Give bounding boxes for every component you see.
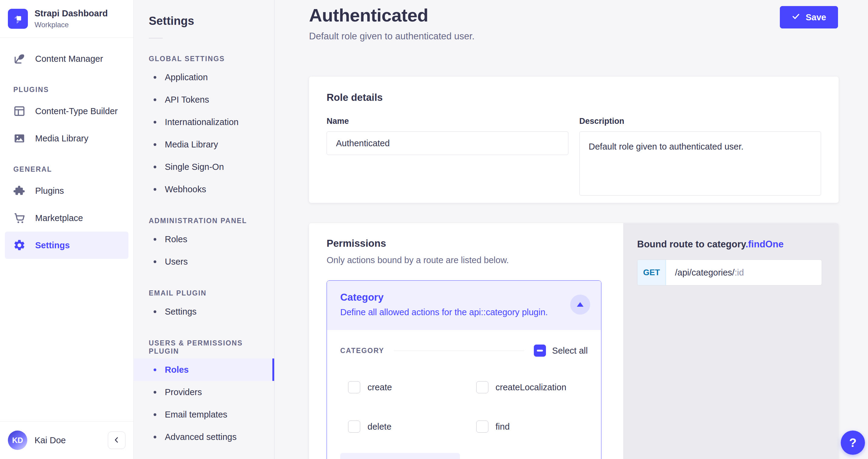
role-details-title: Role details [327,92,821,103]
description-textarea[interactable]: Default role given to authenticated user… [579,131,821,196]
permission-update[interactable]: update [468,453,588,459]
nav-label: Marketplace [35,213,83,223]
settings-section-admin-panel: ADMINISTRATION PANEL [149,217,259,225]
chevron-left-icon [113,436,121,445]
category-group-label: CATEGORY [340,347,384,355]
permissions-grid: create createLocalization delete [340,374,588,459]
workspace-name: Workplace [35,21,108,29]
select-all-label: Select all [552,346,588,356]
nav-section-plugins: PLUGINS [13,86,133,94]
bullet-icon [154,436,156,438]
app-root: Strapi Dashboard Workplace Content Manag… [0,0,868,459]
settings-item-email-templates[interactable]: Email templates [134,403,274,426]
role-details-fields: Name Description Default role given to a… [327,117,821,197]
permission-createlocalization[interactable]: createLocalization [468,374,588,400]
nav-item-marketplace[interactable]: Marketplace [5,204,128,232]
select-all-control[interactable]: Select all [534,345,588,357]
permission-label: find [496,422,510,432]
bullet-icon [154,76,156,79]
divider [149,38,163,38]
cart-icon [13,211,26,225]
settings-item-label: Application [165,72,208,83]
settings-section-global: GLOBAL SETTINGS [149,55,259,63]
settings-section-email-plugin: EMAIL PLUGIN [149,289,259,297]
settings-item-admin-roles[interactable]: Roles [134,228,274,251]
checkbox-unchecked[interactable] [476,381,488,393]
brand-text: Strapi Dashboard Workplace [35,8,108,29]
checkbox-unchecked[interactable] [348,381,360,393]
avatar[interactable]: KD [8,430,27,450]
nav-label: Content Manager [35,54,103,64]
permissions-card: Permissions Only actions bound by a rout… [309,223,839,459]
settings-item-media-library[interactable]: Media Library [134,133,274,156]
bullet-icon [154,143,156,146]
check-icon [792,12,800,23]
route-path-param: :id [735,268,744,277]
settings-item-label: Internationalization [165,117,239,127]
settings-item-email-settings[interactable]: Settings [134,300,274,323]
checkbox-unchecked[interactable] [476,421,488,433]
checkbox-unchecked[interactable] [348,421,360,433]
accordion-titles: Category Define all allowed actions for … [340,292,548,317]
role-details-card: Role details Name Description Default ro… [309,76,839,203]
collapse-sidebar-button[interactable] [108,431,125,449]
select-all-checkbox[interactable] [534,345,546,357]
nav-item-settings[interactable]: Settings [5,232,128,259]
route-path: /api/categories/:id [666,260,744,285]
gear-icon [13,238,26,252]
app-title: Strapi Dashboard [35,8,108,19]
layout-icon [13,104,26,118]
settings-panel-title: Settings [149,14,274,28]
name-field-group: Name [327,117,568,197]
bullet-icon [154,413,156,416]
puzzle-icon [13,184,26,197]
main-sidebar: Strapi Dashboard Workplace Content Manag… [0,0,134,459]
bullet-icon [154,310,156,313]
permission-delete[interactable]: delete [340,414,460,439]
nav-label: Plugins [35,186,64,196]
category-accordion-header[interactable]: Category Define all allowed actions for … [327,281,601,330]
bullet-icon [154,391,156,394]
strapi-logo-icon [8,9,28,29]
settings-item-label: Media Library [165,139,218,150]
nav-item-plugins[interactable]: Plugins [5,177,128,204]
minus-icon [537,350,543,352]
settings-sidebar: Settings GLOBAL SETTINGS Application API… [134,0,275,459]
nav-item-media-library[interactable]: Media Library [5,125,128,152]
accordion-title: Category [340,292,548,303]
workspace-switcher[interactable]: Strapi Dashboard Workplace [0,0,133,38]
route-display: GET /api/categories/:id [637,260,822,286]
help-button[interactable]: ? [841,430,865,455]
settings-item-label: API Tokens [165,95,209,105]
settings-item-providers[interactable]: Providers [134,381,274,403]
settings-item-single-sign-on[interactable]: Single Sign-On [134,156,274,178]
nav-label: Settings [35,240,70,251]
settings-item-admin-users[interactable]: Users [134,251,274,273]
image-icon [13,132,26,145]
nav-item-content-manager[interactable]: Content Manager [5,45,128,72]
settings-item-internationalization[interactable]: Internationalization [134,111,274,133]
settings-item-advanced-settings[interactable]: Advanced settings [134,426,274,448]
permission-label: create [368,383,392,392]
settings-item-label: Single Sign-On [165,162,224,172]
settings-item-up-roles[interactable]: Roles [134,359,274,381]
accordion-collapse-button[interactable] [570,295,590,315]
name-input[interactable] [327,131,568,155]
divider [394,351,524,351]
permission-create[interactable]: create [340,374,460,400]
settings-item-application[interactable]: Application [134,66,274,89]
bound-route-title: Bound route to category.findOne [637,239,822,250]
settings-item-label: Email templates [165,409,227,420]
user-name: Kai Doe [35,435,66,446]
save-button[interactable]: Save [780,6,838,29]
main-content: Authenticated Default role given to auth… [275,0,868,459]
settings-item-webhooks[interactable]: Webhooks [134,178,274,200]
feather-pen-icon [13,52,26,65]
settings-item-api-tokens[interactable]: API Tokens [134,89,274,111]
permission-findone[interactable]: findOne [340,453,460,459]
permission-find[interactable]: find [468,414,588,439]
permissions-panel: Permissions Only actions bound by a rout… [309,223,623,459]
nav-item-content-type-builder[interactable]: Content-Type Builder [5,98,128,125]
page-title: Authenticated [309,5,428,26]
settings-item-label: Providers [165,387,202,397]
